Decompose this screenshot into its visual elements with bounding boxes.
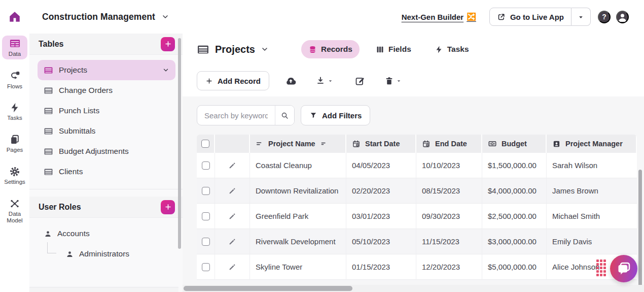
- cell-project-manager[interactable]: James Brown: [547, 178, 637, 204]
- app-switcher[interactable]: Construction Management: [42, 12, 169, 22]
- row-checkbox[interactable]: [202, 212, 210, 220]
- rail-item-data-model[interactable]: Data Model: [2, 196, 27, 225]
- cell-start-date[interactable]: 02/20/2023: [346, 178, 416, 204]
- delete-button[interactable]: [381, 73, 405, 89]
- user-roles-section-header: User Roles: [29, 197, 183, 218]
- sidebar-item-budget-adjustments[interactable]: Budget Adjustments: [38, 141, 175, 161]
- sidebar-item-projects[interactable]: Projects: [38, 60, 175, 80]
- add-table-button[interactable]: [161, 37, 175, 51]
- edit-row-icon[interactable]: [228, 212, 236, 220]
- records-table: Project Name Start Date End Date: [197, 135, 637, 280]
- column-header-project-name[interactable]: Project Name: [250, 135, 346, 153]
- chat-drag-handle[interactable]: [596, 259, 606, 276]
- cell-budget[interactable]: $4,000,000.00: [482, 178, 547, 204]
- select-all-checkbox[interactable]: [201, 140, 209, 148]
- table-horizontal-scrollbar[interactable]: [184, 286, 352, 291]
- column-header-label: End Date: [435, 140, 467, 148]
- user-roles-header-label: User Roles: [39, 203, 81, 212]
- add-record-button[interactable]: Add Record: [197, 71, 269, 90]
- cell-budget[interactable]: $2,500,000.00: [482, 204, 547, 229]
- column-header-project-manager[interactable]: Project Manager: [547, 135, 637, 153]
- go-to-live-app-button[interactable]: Go to Live App: [489, 8, 571, 26]
- sidebar-item-submittals[interactable]: Submittals: [38, 121, 175, 141]
- row-checkbox[interactable]: [202, 263, 210, 271]
- column-header-start-date[interactable]: Start Date: [346, 135, 416, 153]
- rail-item-data[interactable]: Data: [2, 36, 27, 59]
- bulk-edit-button[interactable]: [351, 73, 368, 89]
- tab-records[interactable]: Records: [301, 40, 360, 58]
- home-button[interactable]: [0, 10, 29, 23]
- edit-row-icon[interactable]: [228, 161, 236, 170]
- import-upload-button[interactable]: [281, 72, 300, 90]
- cell-budget[interactable]: $1,500,000.00: [482, 153, 547, 178]
- cell-end-date[interactable]: 09/30/2023: [416, 204, 482, 229]
- rail-item-tasks[interactable]: Tasks: [2, 100, 27, 123]
- rail-item-label: Settings: [4, 179, 25, 185]
- row-checkbox[interactable]: [202, 187, 210, 195]
- cell-project-manager[interactable]: Michael Smith: [547, 204, 637, 229]
- tab-label: Tasks: [447, 45, 469, 54]
- row-checkbox[interactable]: [202, 238, 210, 246]
- column-header-end-date[interactable]: End Date: [416, 135, 482, 153]
- add-filters-button[interactable]: Add Filters: [301, 105, 370, 125]
- sidebar-item-clients[interactable]: Clients: [38, 161, 175, 182]
- columns-icon: [376, 45, 384, 54]
- column-header-budget[interactable]: Budget: [482, 135, 547, 153]
- role-item-accounts[interactable]: Accounts: [38, 225, 175, 242]
- record-actions-row: Add Record: [197, 71, 644, 90]
- pages-icon: [9, 134, 20, 145]
- select-all-header-cell: [197, 135, 215, 153]
- sort-icon[interactable]: [320, 140, 328, 148]
- rail-item-label: Pages: [7, 147, 23, 153]
- rail-item-settings[interactable]: Settings: [2, 164, 27, 187]
- cell-start-date[interactable]: 03/01/2023: [346, 204, 416, 229]
- cell-budget[interactable]: $3,000,000.00: [482, 229, 547, 254]
- search-input[interactable]: [197, 106, 275, 125]
- entity-title-group[interactable]: Projects: [197, 43, 269, 56]
- cell-project-name[interactable]: Downtown Revitalization: [250, 178, 346, 204]
- go-to-live-app-dropdown-button[interactable]: [571, 8, 591, 26]
- cell-project-name[interactable]: Greenfield Park: [250, 204, 346, 229]
- topbar-right-group: Next-Gen Builder 🔀 Go to Live App ?: [402, 8, 629, 26]
- user-avatar-button[interactable]: [616, 11, 629, 23]
- column-header-label: Budget: [502, 140, 527, 148]
- cell-project-manager[interactable]: Sarah Wilson: [547, 153, 637, 178]
- row-select-cell: [197, 153, 215, 178]
- edit-row-icon[interactable]: [228, 187, 236, 195]
- cell-start-date[interactable]: 05/10/2023: [346, 229, 416, 254]
- cell-project-name[interactable]: Riverwalk Development: [250, 229, 346, 254]
- chat-widget-button[interactable]: [610, 255, 637, 282]
- cell-project-name[interactable]: Coastal Cleanup: [250, 153, 346, 178]
- cell-end-date[interactable]: 08/15/2023: [416, 178, 482, 204]
- cell-end-date[interactable]: 12/20/2023: [416, 254, 482, 280]
- edit-row-icon[interactable]: [228, 238, 236, 246]
- cell-end-date[interactable]: 11/15/2023: [416, 229, 482, 254]
- edit-row-icon[interactable]: [228, 263, 236, 271]
- role-item-administrators[interactable]: Administrators: [59, 245, 135, 263]
- next-gen-builder-link[interactable]: Next-Gen Builder 🔀: [402, 12, 476, 21]
- cell-project-name[interactable]: Skyline Tower: [250, 254, 346, 280]
- cell-project-manager[interactable]: Emily Davis: [547, 229, 637, 254]
- search-button[interactable]: [275, 106, 294, 125]
- sidebar-scrollbar[interactable]: [178, 38, 181, 249]
- svg-text:?: ?: [602, 13, 606, 21]
- cell-start-date[interactable]: 04/05/2023: [346, 153, 416, 178]
- cell-start-date[interactable]: 01/15/2023: [346, 254, 416, 280]
- row-checkbox[interactable]: [202, 161, 210, 170]
- tab-tasks[interactable]: Tasks: [427, 40, 476, 58]
- main-header: Projects Records Fields: [183, 34, 644, 58]
- add-user-role-button[interactable]: [161, 200, 175, 214]
- text-field-icon: [256, 140, 264, 148]
- table-vertical-scrollbar[interactable]: [638, 170, 642, 292]
- sidebar-item-change-orders[interactable]: Change Orders: [38, 80, 175, 101]
- cell-end-date[interactable]: 10/10/2023: [416, 153, 482, 178]
- cell-budget[interactable]: $5,000,000.00: [482, 254, 547, 280]
- table-icon: [44, 86, 53, 95]
- help-button[interactable]: ?: [598, 11, 611, 23]
- rail-item-flows[interactable]: Flows: [2, 68, 27, 92]
- rail-item-pages[interactable]: Pages: [2, 132, 27, 155]
- tables-list: Projects Change Orders Punch Lists Submi…: [29, 55, 183, 185]
- sidebar-item-punch-lists[interactable]: Punch Lists: [38, 101, 175, 121]
- tab-fields[interactable]: Fields: [369, 40, 418, 58]
- export-download-button[interactable]: [312, 73, 336, 89]
